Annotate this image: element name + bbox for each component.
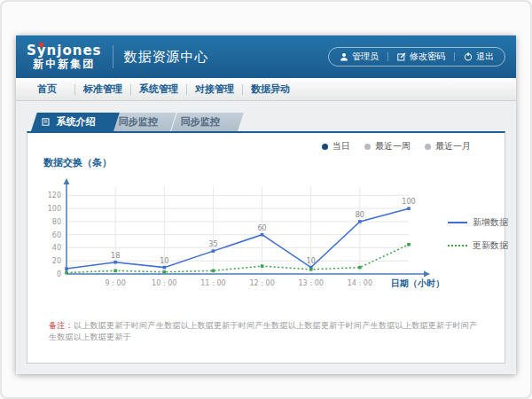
nav-item-integration-mgmt[interactable]: 对接管理 [187, 82, 242, 96]
time-range-filter: 当日 最近一周 最近一月 [36, 140, 471, 153]
legend-item-new-data[interactable]: 新增数据 [448, 216, 508, 229]
radio-dot-icon [322, 144, 328, 150]
logo: Synjones 新中新集团 [27, 44, 102, 69]
logo-company: 新中新集团 [27, 59, 102, 70]
svg-text:11：00: 11：00 [200, 279, 225, 287]
user-label: 管理员 [352, 51, 379, 63]
radio-dot-icon [425, 144, 431, 150]
footnote-text: 以上数据更新于时间产生数据以上数据更新于时间产生数据以上数据更新于时间产生数据以… [49, 321, 478, 341]
logout-icon [464, 52, 473, 61]
user-icon [340, 52, 348, 61]
footnote-prefix: 备注： [49, 321, 74, 330]
tab-sync-monitor-2[interactable]: 同步监控 [170, 113, 238, 131]
change-password-button[interactable]: 修改密码 [397, 51, 445, 63]
nav-item-home[interactable]: 首页 [20, 82, 74, 96]
legend-label: 更新数据 [473, 239, 508, 252]
svg-text:40: 40 [52, 244, 61, 252]
svg-text:100: 100 [48, 205, 61, 213]
legend-item-update-data[interactable]: 更新数据 [448, 239, 508, 252]
app-header: Synjones 新中新集团 数据资源中心 管理员 修改密码 [16, 35, 516, 78]
svg-text:10：00: 10：00 [152, 279, 176, 287]
change-password-label: 修改密码 [410, 51, 445, 63]
radio-dot-icon [364, 144, 371, 150]
nav-item-system-mgmt[interactable]: 系统管理 [131, 82, 186, 96]
chart-legend: 新增数据 更新数据 [448, 216, 508, 252]
svg-text:10: 10 [160, 257, 168, 265]
y-axis-title: 数据交换（条） [43, 156, 496, 169]
footnote: 备注：以上数据更新于时间产生数据以上数据更新于时间产生数据以上数据更新于时间产生… [36, 320, 496, 343]
logout-label: 退出 [476, 51, 494, 63]
svg-text:18: 18 [111, 252, 120, 260]
app-window: Synjones 新中新集团 数据资源中心 管理员 修改密码 [16, 35, 516, 374]
tab-label: 同步监控 [181, 116, 220, 128]
svg-text:13：00: 13：00 [299, 279, 324, 287]
document-icon [42, 113, 50, 132]
legend-label: 新增数据 [473, 216, 508, 229]
line-chart: 0204060801001209：0010：0011：0012：0013：001… [36, 169, 446, 308]
dotted-line-swatch-icon [448, 245, 467, 246]
svg-text:80: 80 [356, 211, 364, 219]
solid-line-swatch-icon [448, 222, 467, 223]
radio-label: 当日 [332, 140, 350, 153]
tab-label: 系统介绍 [57, 116, 96, 128]
logout-button[interactable]: 退出 [464, 51, 494, 63]
chart-row: 0204060801001209：0010：0011：0012：0013：001… [36, 169, 496, 308]
tab-system-intro[interactable]: 系统介绍 [31, 113, 113, 131]
nav-item-data-change[interactable]: 数据异动 [243, 82, 298, 96]
user-menu-separator [387, 52, 388, 61]
tab-label: 同步监控 [119, 116, 158, 128]
svg-text:60: 60 [52, 231, 61, 239]
svg-text:120: 120 [48, 192, 61, 200]
nav-item-standard-mgmt[interactable]: 标准管理 [75, 82, 130, 96]
radio-last-month[interactable]: 最近一月 [425, 140, 471, 153]
radio-today[interactable]: 当日 [322, 140, 350, 153]
svg-text:20: 20 [52, 257, 61, 265]
svg-text:12：00: 12：00 [249, 279, 274, 287]
svg-text:14：00: 14：00 [348, 279, 372, 287]
user-menu-separator [454, 52, 455, 61]
svg-text:0: 0 [57, 270, 61, 278]
svg-text:10: 10 [307, 257, 316, 265]
radio-label: 最近一周 [375, 140, 411, 153]
svg-text:9：00: 9：00 [106, 279, 126, 287]
svg-text:80: 80 [52, 218, 61, 226]
user-menu: 管理员 修改密码 退出 [328, 47, 505, 66]
logo-brand: Synjones [27, 44, 102, 59]
user-button[interactable]: 管理员 [340, 51, 379, 63]
svg-text:日期（小时）: 日期（小时） [391, 278, 444, 288]
page-title: 数据资源中心 [124, 49, 209, 66]
radio-label: 最近一月 [435, 140, 471, 153]
header-divider [113, 45, 113, 68]
tab-bar: 系统介绍 同步监控 同步监控 [31, 113, 505, 131]
radio-last-week[interactable]: 最近一周 [364, 140, 411, 153]
svg-text:60: 60 [257, 224, 266, 232]
svg-text:35: 35 [208, 240, 217, 248]
content-area: 系统介绍 同步监控 同步监控 当日 最近一周 [16, 101, 516, 374]
chart-card: 当日 最近一周 最近一月 数据交换（条） 0204060801001209：00… [27, 131, 505, 364]
svg-text:100: 100 [402, 198, 415, 206]
edit-icon [397, 52, 406, 61]
main-nav: 首页 标准管理 系统管理 对接管理 数据异动 [16, 78, 516, 101]
